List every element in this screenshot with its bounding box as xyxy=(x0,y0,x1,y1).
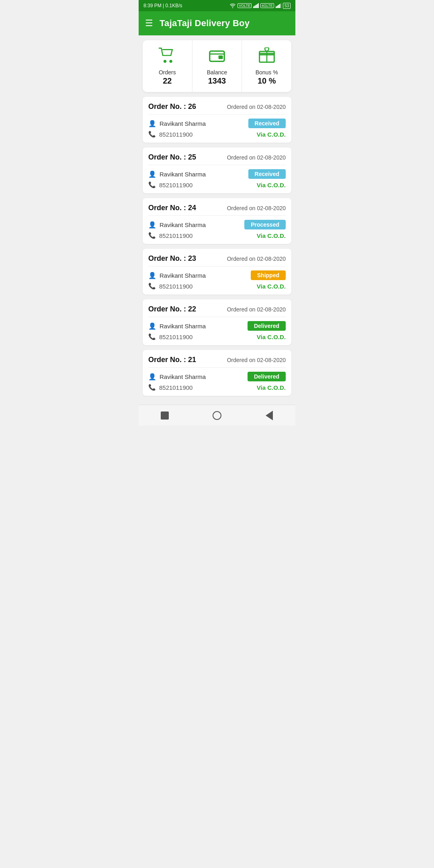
customer-info-26: 👤 Ravikant Sharma xyxy=(148,120,206,127)
hamburger-menu-button[interactable]: ☰ xyxy=(145,19,153,28)
order-header-21: Order No. : 21 Ordered on 02-08-2020 xyxy=(148,356,286,368)
recent-apps-icon xyxy=(161,411,169,420)
order-card-26[interactable]: Order No. : 26 Ordered on 02-08-2020 👤 R… xyxy=(143,97,291,143)
order-header-24: Order No. : 24 Ordered on 02-08-2020 xyxy=(148,204,286,216)
order-customer-row-26: 👤 Ravikant Sharma Received xyxy=(148,119,286,128)
balance-stat-card[interactable]: Balance 1343 xyxy=(192,40,242,92)
phone-icon-26: 📞 xyxy=(148,131,156,138)
order-date-25: Ordered on 02-08-2020 xyxy=(227,154,286,161)
order-number-26: Order No. : 26 xyxy=(148,102,196,111)
status-badge-22[interactable]: Delivered xyxy=(248,321,286,331)
svg-rect-1 xyxy=(254,6,256,8)
balance-label: Balance xyxy=(207,69,227,76)
customer-name-23: Ravikant Sharma xyxy=(160,272,206,279)
order-card-24[interactable]: Order No. : 24 Ordered on 02-08-2020 👤 R… xyxy=(143,198,291,244)
order-number-21: Order No. : 21 xyxy=(148,356,196,364)
svg-point-10 xyxy=(164,60,166,63)
order-phone-row-23: 📞 8521011900 Via C.O.D. xyxy=(148,283,286,290)
payment-method-23: Via C.O.D. xyxy=(257,283,286,290)
phone-icon-23: 📞 xyxy=(148,283,156,290)
svg-rect-9 xyxy=(280,3,281,8)
order-number-24: Order No. : 24 xyxy=(148,204,196,212)
phone-number-26: 8521011900 xyxy=(159,131,192,138)
phone-info-26: 📞 8521011900 xyxy=(148,131,192,138)
order-number-22: Order No. : 22 xyxy=(148,305,196,313)
phone-info-22: 📞 8521011900 xyxy=(148,333,192,340)
status-badge-26[interactable]: Received xyxy=(248,119,286,128)
order-header-25: Order No. : 25 Ordered on 02-08-2020 xyxy=(148,153,286,165)
signal-icon xyxy=(253,3,259,8)
phone-info-23: 📞 8521011900 xyxy=(148,283,192,290)
customer-info-25: 👤 Ravikant Sharma xyxy=(148,170,206,178)
order-number-23: Order No. : 23 xyxy=(148,254,196,263)
vo-lte-badge: VOLTE xyxy=(237,3,252,8)
payment-method-25: Via C.O.D. xyxy=(257,182,286,188)
status-icons: VOLTE 4GLTE 53 xyxy=(229,3,291,9)
order-card-22[interactable]: Order No. : 22 Ordered on 02-08-2020 👤 R… xyxy=(143,299,291,345)
order-phone-row-21: 📞 8521011900 Via C.O.D. xyxy=(148,384,286,391)
order-phone-row-22: 📞 8521011900 Via C.O.D. xyxy=(148,333,286,340)
customer-info-21: 👤 Ravikant Sharma xyxy=(148,373,206,381)
person-icon-24: 👤 xyxy=(148,221,156,229)
order-card-25[interactable]: Order No. : 25 Ordered on 02-08-2020 👤 R… xyxy=(143,147,291,193)
orders-value: 22 xyxy=(163,76,172,86)
back-icon xyxy=(266,411,273,420)
person-icon-22: 👤 xyxy=(148,322,156,330)
phone-number-22: 8521011900 xyxy=(159,334,192,340)
order-details-21: 👤 Ravikant Sharma Delivered 📞 8521011900… xyxy=(148,372,286,391)
order-customer-row-22: 👤 Ravikant Sharma Delivered xyxy=(148,321,286,331)
customer-info-22: 👤 Ravikant Sharma xyxy=(148,322,206,330)
svg-rect-2 xyxy=(256,5,257,8)
order-customer-row-25: 👤 Ravikant Sharma Received xyxy=(148,169,286,179)
status-badge-21[interactable]: Delivered xyxy=(248,372,286,381)
status-badge-23[interactable]: Shipped xyxy=(251,270,286,280)
order-card-23[interactable]: Order No. : 23 Ordered on 02-08-2020 👤 R… xyxy=(143,249,291,295)
person-icon-26: 👤 xyxy=(148,120,156,127)
order-details-23: 👤 Ravikant Sharma Shipped 📞 8521011900 V… xyxy=(148,270,286,290)
order-phone-row-24: 📞 8521011900 Via C.O.D. xyxy=(148,232,286,239)
wallet-icon xyxy=(208,47,226,66)
phone-number-21: 8521011900 xyxy=(159,384,192,391)
phone-icon-24: 📞 xyxy=(148,232,156,239)
orders-stat-card[interactable]: Orders 22 xyxy=(143,40,192,92)
order-customer-row-24: 👤 Ravikant Sharma Processed xyxy=(148,220,286,229)
bonus-stat-card[interactable]: Bonus % 10 % xyxy=(242,40,291,92)
back-button[interactable] xyxy=(261,407,277,424)
status-badge-24[interactable]: Processed xyxy=(244,220,286,229)
order-customer-row-23: 👤 Ravikant Sharma Shipped xyxy=(148,270,286,280)
bonus-value: 10 % xyxy=(258,76,276,86)
app-header: ☰ TajaTaji Delivery Boy xyxy=(139,11,295,35)
person-icon-23: 👤 xyxy=(148,272,156,279)
svg-rect-5 xyxy=(276,6,277,8)
phone-number-24: 8521011900 xyxy=(159,232,192,239)
order-details-25: 👤 Ravikant Sharma Received 📞 8521011900 … xyxy=(148,169,286,188)
status-bar: 8:39 PM | 0.1KB/s VOLTE 4GLTE 53 xyxy=(139,0,295,11)
stats-container: Orders 22 Balance 1343 Bonus % 10 % xyxy=(143,40,291,92)
payment-method-22: Via C.O.D. xyxy=(257,334,286,340)
phone-icon-25: 📞 xyxy=(148,181,156,188)
order-phone-row-25: 📞 8521011900 Via C.O.D. xyxy=(148,181,286,188)
order-phone-row-26: 📞 8521011900 Via C.O.D. xyxy=(148,131,286,138)
order-details-24: 👤 Ravikant Sharma Processed 📞 8521011900… xyxy=(148,220,286,239)
phone-icon-21: 📞 xyxy=(148,384,156,391)
phone-icon-22: 📞 xyxy=(148,333,156,340)
payment-method-24: Via C.O.D. xyxy=(257,232,286,239)
customer-info-23: 👤 Ravikant Sharma xyxy=(148,272,206,279)
home-button[interactable] xyxy=(209,407,225,424)
person-icon-21: 👤 xyxy=(148,373,156,381)
svg-rect-3 xyxy=(257,4,258,8)
person-icon-25: 👤 xyxy=(148,170,156,178)
order-header-22: Order No. : 22 Ordered on 02-08-2020 xyxy=(148,305,286,317)
customer-name-21: Ravikant Sharma xyxy=(160,373,206,380)
customer-name-26: Ravikant Sharma xyxy=(160,120,206,127)
order-date-24: Ordered on 02-08-2020 xyxy=(227,205,286,211)
balance-value: 1343 xyxy=(208,76,226,86)
order-card-21[interactable]: Order No. : 21 Ordered on 02-08-2020 👤 R… xyxy=(143,350,291,396)
customer-name-24: Ravikant Sharma xyxy=(160,221,206,228)
wifi-icon xyxy=(229,3,236,8)
order-header-26: Order No. : 26 Ordered on 02-08-2020 xyxy=(148,102,286,115)
recent-apps-button[interactable] xyxy=(157,407,173,424)
order-header-23: Order No. : 23 Ordered on 02-08-2020 xyxy=(148,254,286,266)
status-badge-25[interactable]: Received xyxy=(248,169,286,179)
order-number-25: Order No. : 25 xyxy=(148,153,196,162)
